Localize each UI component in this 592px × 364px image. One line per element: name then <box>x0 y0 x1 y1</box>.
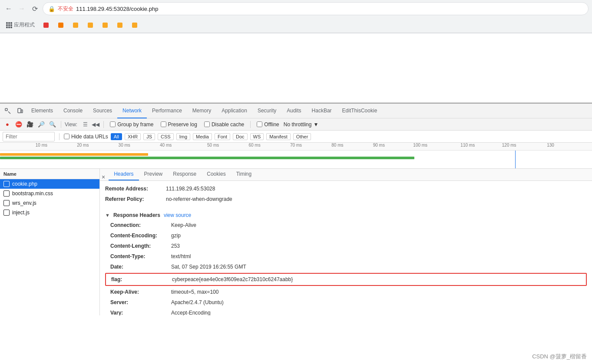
file-item-inject[interactable]: inject.js <box>0 208 99 217</box>
hide-data-urls-label[interactable]: Hide data URLs <box>64 134 108 140</box>
filter-font-button[interactable]: Font <box>215 133 230 140</box>
bookmark-icon-5 <box>103 23 108 28</box>
filter-media-button[interactable]: Media <box>193 133 212 140</box>
filter-input[interactable] <box>3 132 55 141</box>
address-bar[interactable]: 🔒 不安全 111.198.29.45:53028/cookie.php <box>43 2 589 15</box>
bookmark-6[interactable] <box>114 22 126 29</box>
filter-manifest-button[interactable]: Manifest <box>266 133 291 140</box>
filter-other-button[interactable]: Other <box>293 133 311 140</box>
headers-panel: × Headers Preview Response Cookies Timin… <box>100 169 592 315</box>
timeline-area: 10 ms 20 ms 30 ms 40 ms 50 ms 60 ms 70 m… <box>0 143 592 169</box>
apps-button[interactable]: 应用程式 <box>3 20 37 30</box>
timeline-bar-response <box>0 157 414 159</box>
insecure-label: 不安全 <box>58 5 73 13</box>
bookmark-icon-1 <box>43 23 49 28</box>
connection-val: Keep-Alive <box>171 221 196 229</box>
file-item-bootstrap[interactable]: bootstrap.min.css <box>0 189 99 198</box>
bookmark-2[interactable] <box>55 22 67 29</box>
tab-performance[interactable]: Performance <box>147 104 187 118</box>
tick-110ms: 110 ms <box>460 143 475 148</box>
tab-editthiscookie[interactable]: EditThisCookie <box>337 104 383 118</box>
filter-toggle-button[interactable]: 🔎 <box>36 120 46 129</box>
timeline-bars <box>0 151 592 169</box>
file-item-cookie[interactable]: cookie.php <box>0 179 99 189</box>
panel-tab-headers[interactable]: Headers <box>109 169 139 180</box>
forward-button[interactable]: → <box>17 3 27 14</box>
device-toggle-button[interactable] <box>14 105 26 117</box>
tick-50ms: 50 ms <box>207 143 219 148</box>
security-icon: 🔒 <box>48 6 55 12</box>
hide-data-urls-checkbox[interactable] <box>64 134 69 139</box>
clear-button[interactable]: ⛔ <box>14 120 23 129</box>
preserve-log-label[interactable]: Preserve log <box>161 121 197 128</box>
referrer-policy-val: no-referrer-when-downgrade <box>166 195 232 203</box>
offline-label[interactable]: Offline <box>257 121 279 128</box>
back-button[interactable]: ← <box>3 3 14 14</box>
close-panel-button[interactable]: × <box>102 174 105 180</box>
tab-memory[interactable]: Memory <box>187 104 216 118</box>
tab-audits[interactable]: Audits <box>281 104 306 118</box>
disable-cache-label[interactable]: Disable cache <box>204 121 244 128</box>
content-length-val: 253 <box>171 242 180 250</box>
tab-console[interactable]: Console <box>58 104 88 118</box>
reload-button[interactable]: ⟳ <box>30 3 40 14</box>
svg-rect-1 <box>18 108 21 113</box>
response-view-source-link[interactable]: view source <box>164 212 191 218</box>
filter-js-button[interactable]: JS <box>143 133 155 140</box>
remote-address-row: Remote Address: 111.198.29.45:53028 <box>105 184 587 194</box>
list-view-button[interactable]: ☰ <box>81 120 89 129</box>
file-item-wrs-env[interactable]: wrs_env.js <box>0 198 99 208</box>
tick-40ms: 40 ms <box>160 143 172 148</box>
date-val: Sat, 07 Sep 2019 16:26:55 GMT <box>171 263 246 271</box>
record-button[interactable]: ● <box>3 120 12 129</box>
name-column-header: Name <box>3 171 17 177</box>
browser-chrome: ← → ⟳ 🔒 不安全 111.198.29.45:53028/cookie.p… <box>0 0 592 33</box>
panel-tab-response[interactable]: Response <box>168 169 202 180</box>
disable-cache-checkbox[interactable] <box>204 121 210 127</box>
offline-checkbox[interactable] <box>257 121 262 127</box>
tab-hackbar[interactable]: HackBar <box>307 104 337 118</box>
filter-xhr-button[interactable]: XHR <box>125 133 141 140</box>
filter-ws-button[interactable]: WS <box>250 133 264 140</box>
bookmark-7[interactable] <box>129 22 141 29</box>
filter-all-button[interactable]: All <box>111 133 122 140</box>
capture-screenshot-button[interactable]: 🎥 <box>25 120 35 129</box>
tab-elements[interactable]: Elements <box>26 104 58 118</box>
tick-130: 130 <box>547 143 554 148</box>
group-by-frame-label[interactable]: Group by frame <box>110 121 153 128</box>
bookmark-4[interactable] <box>84 22 96 29</box>
content-type-key: Content-Type: <box>110 253 171 260</box>
filter-doc-button[interactable]: Doc <box>233 133 248 140</box>
panel-tab-cookies[interactable]: Cookies <box>202 169 231 180</box>
group-by-frame-checkbox[interactable] <box>110 121 116 127</box>
tab-network[interactable]: Network <box>117 104 147 118</box>
tick-30ms: 30 ms <box>119 143 130 148</box>
bookmark-3[interactable] <box>69 22 82 29</box>
flag-val: cyberpeace{eae4e0ce3f609ea2c72b310c6247a… <box>172 275 293 283</box>
search-button[interactable]: 🔍 <box>48 120 57 129</box>
panel-tab-timing[interactable]: Timing <box>231 169 257 180</box>
bookmark-5[interactable] <box>99 22 111 29</box>
referrer-policy-row: Referrer Policy: no-referrer-when-downgr… <box>105 194 587 204</box>
tick-120ms: 120 ms <box>502 143 516 148</box>
throttle-select[interactable]: No throttling ▼ <box>284 121 319 128</box>
bookmark-icon-7 <box>132 23 137 28</box>
waterfall-view-button[interactable]: ◀◀ <box>91 120 100 129</box>
preserve-log-checkbox[interactable] <box>161 121 166 127</box>
tick-90ms: 90 ms <box>373 143 385 148</box>
tick-20ms: 20 ms <box>77 143 89 148</box>
tab-sources[interactable]: Sources <box>88 104 117 118</box>
panel-tab-preview[interactable]: Preview <box>139 169 168 180</box>
response-headers-toggle[interactable]: ▼ <box>105 213 110 218</box>
element-picker-button[interactable] <box>2 105 14 117</box>
tab-security[interactable]: Security <box>252 104 281 118</box>
devtools-tab-bar: Elements Console Sources Network Perform… <box>0 104 592 118</box>
file-icon-inject <box>3 210 10 216</box>
timeline-ruler: 10 ms 20 ms 30 ms 40 ms 50 ms 60 ms 70 m… <box>0 143 592 151</box>
bookmark-1[interactable] <box>40 22 52 29</box>
tab-application[interactable]: Application <box>216 104 252 118</box>
filter-img-button[interactable]: Img <box>176 133 190 140</box>
keep-alive-val: timeout=5, max=100 <box>171 288 218 296</box>
response-headers-section: ▼ Response Headers view source Connectio… <box>100 207 592 315</box>
filter-css-button[interactable]: CSS <box>158 133 174 140</box>
